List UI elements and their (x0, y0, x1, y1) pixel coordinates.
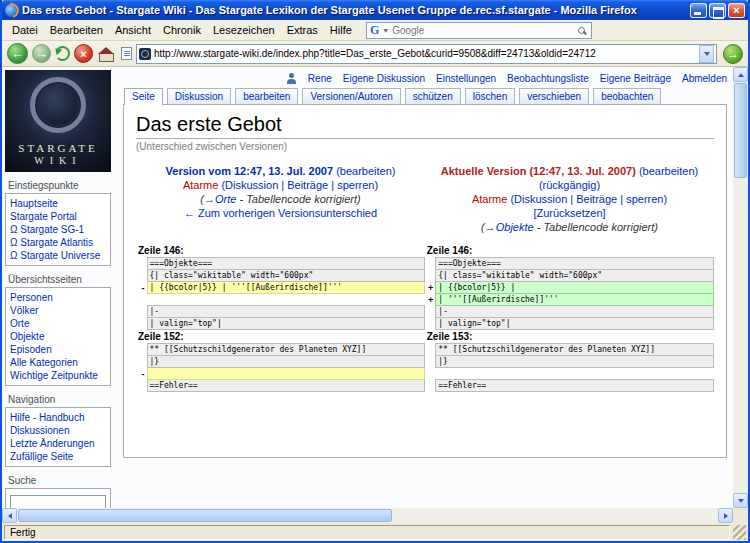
sidebar-item-stargate-sg-1[interactable]: Ω Stargate SG-1 (10, 223, 106, 236)
diff-cell-ctx: | valign="top"| (436, 318, 714, 330)
previous-diff-link[interactable]: ← Zum vorherigen Versionsunterschied (184, 207, 377, 219)
horizontal-scrollbar[interactable] (2, 508, 748, 523)
scroll-right-button[interactable] (718, 508, 733, 523)
old-section-link[interactable]: →Orte (204, 193, 236, 205)
titlebar[interactable]: Das erste Gebot - Stargate Wiki - Das St… (2, 0, 748, 20)
portlet-bersichtsseiten: ÜbersichtsseitenPersonenVölkerOrteObjekt… (5, 274, 111, 386)
menu-item-datei[interactable]: Datei (6, 22, 44, 38)
diff-marker (136, 258, 147, 270)
sidebar-search-input[interactable] (10, 495, 106, 508)
navigation-toolbar: ← → × → (2, 41, 748, 67)
home-button[interactable] (99, 53, 114, 62)
search-engine-dropdown-icon[interactable]: ▼ (382, 27, 389, 34)
page-icon[interactable] (121, 47, 132, 60)
personal-link-eigene-diskussion[interactable]: Eigene Diskussion (343, 73, 425, 84)
portlet-heading-bersichtsseiten: Übersichtsseiten (5, 274, 111, 285)
current-user-link[interactable]: Atarme (472, 193, 507, 205)
horizontal-scroll-thumb[interactable] (18, 509, 392, 522)
sidebar-item-alle-kategorien[interactable]: Alle Kategorien (10, 356, 106, 369)
tab-sch-tzen[interactable]: schützen (405, 88, 461, 104)
personal-link-eigene-beitr-ge[interactable]: Eigene Beiträge (600, 73, 671, 84)
sidebar-item-stargate-portal[interactable]: Stargate Portal (10, 210, 106, 223)
back-button[interactable]: ← (7, 43, 28, 64)
resize-grip[interactable] (733, 525, 746, 540)
menu-item-ansicht[interactable]: Ansicht (109, 22, 157, 38)
rollback-link[interactable]: [Zurücksetzen] (533, 207, 605, 219)
diff-line-number: Zeile 152: (136, 330, 425, 344)
personal-link-abmelden[interactable]: Abmelden (682, 73, 727, 84)
tab-bearbeiten[interactable]: bearbeiten (235, 88, 298, 104)
menu-item-lesezeichen[interactable]: Lesezeichen (207, 22, 281, 38)
scroll-up-button[interactable] (733, 67, 748, 82)
vertical-scroll-thumb[interactable] (734, 83, 747, 178)
tab-verschieben[interactable]: verschieben (519, 88, 589, 104)
personal-link-beobachtungsliste[interactable]: Beobachtungsliste (507, 73, 589, 84)
diff-marker (136, 294, 147, 306)
tab-beobachten[interactable]: beobachten (593, 88, 661, 104)
sidebar-item-wichtige-zeitpunkte[interactable]: Wichtige Zeitpunkte (10, 369, 106, 382)
horizontal-scroll-track[interactable] (17, 508, 718, 523)
old-summary-text: - Tabellencode korrigiert) (236, 193, 360, 205)
sidebar-item-orte[interactable]: Orte (10, 317, 106, 330)
sidebar-item-stargate-universe[interactable]: Ω Stargate Universe (10, 249, 106, 262)
magnifier-icon[interactable] (578, 27, 585, 34)
url-input[interactable] (154, 48, 696, 59)
tab-diskussion[interactable]: Diskussion (167, 88, 231, 104)
sidebar-item-episoden[interactable]: Episoden (10, 343, 106, 356)
sidebar-item-personen[interactable]: Personen (10, 291, 106, 304)
sidebar-item-diskussionen[interactable]: Diskussionen (10, 424, 106, 437)
current-user-tools[interactable]: (Diskussion | Beiträge | sperren) (510, 193, 667, 205)
status-text: Fertig (10, 527, 36, 538)
search-bar[interactable]: G ▼ (366, 22, 592, 39)
url-history-dropdown[interactable] (699, 45, 714, 63)
forward-button[interactable]: → (32, 44, 51, 63)
maximize-button[interactable] (709, 3, 726, 18)
web-search-input[interactable] (392, 25, 575, 36)
sidebar-item-v-lker[interactable]: Völker (10, 304, 106, 317)
portlet-heading-einstiegspunkte: Einstiegspunkte (5, 180, 111, 191)
reload-button[interactable] (55, 46, 70, 61)
menu-item-hilfe[interactable]: Hilfe (324, 22, 358, 38)
tab-versionen-autoren[interactable]: Versionen/Autoren (302, 88, 400, 104)
close-button[interactable]: × (728, 3, 745, 18)
old-edit-link[interactable]: (bearbeiten) (336, 165, 395, 177)
window-controls: × (690, 3, 745, 18)
sidebar-item-stargate-atlantis[interactable]: Ω Stargate Atlantis (10, 236, 106, 249)
address-bar[interactable] (136, 44, 717, 64)
scroll-left-button[interactable] (2, 508, 17, 523)
vertical-scroll-track[interactable] (733, 82, 748, 493)
go-button[interactable]: → (723, 44, 743, 64)
sidebar-item-hilfe-handbuch[interactable]: Hilfe - Handbuch (10, 411, 106, 424)
minimize-button[interactable] (690, 3, 707, 18)
current-section-link[interactable]: →Objekte (485, 221, 534, 233)
wiki-logo[interactable]: STARGATE WIKI (5, 70, 111, 172)
scroll-down-button[interactable] (733, 493, 748, 508)
diff-marker (425, 258, 436, 270)
stop-button[interactable]: × (74, 44, 93, 63)
sidebar-sections: EinstiegspunkteHauptseiteStargate Portal… (5, 180, 118, 508)
personal-link-einstellungen[interactable]: Einstellungen (436, 73, 496, 84)
sidebar-item-objekte[interactable]: Objekte (10, 330, 106, 343)
portlet-heading-suche: Suche (5, 475, 111, 486)
sidebar-item-zuf-llige-seite[interactable]: Zufällige Seite (10, 450, 106, 463)
statusbar: Fertig (2, 523, 748, 541)
menu-item-chronik[interactable]: Chronik (157, 22, 207, 38)
undo-link[interactable]: (rückgängig) (539, 179, 600, 191)
diff-marker (136, 344, 147, 356)
current-edit-link[interactable]: (bearbeiten) (639, 165, 698, 177)
diff-cell-ctx: ** [[Schutzschildgenerator des Planeten … (147, 344, 425, 356)
tab-l-schen[interactable]: löschen (465, 88, 515, 104)
sidebar-item-letzte-nderungen[interactable]: Letzte Änderungen (10, 437, 106, 450)
vertical-scrollbar[interactable] (733, 67, 748, 508)
old-version-link[interactable]: Version vom 12:47, 13. Jul. 2007 (166, 165, 334, 177)
diff-cell-ctx: |} (436, 356, 714, 368)
diff-cell-add: | '''[[Außerirdische]]''' (436, 294, 714, 306)
tab-seite[interactable]: Seite (124, 88, 163, 105)
diff-row: ** [[Schutzschildgenerator des Planeten … (136, 344, 714, 356)
menu-item-bearbeiten[interactable]: Bearbeiten (44, 22, 109, 38)
menu-item-extras[interactable]: Extras (281, 22, 324, 38)
old-user-tools[interactable]: (Diskussion | Beiträge | sperren) (221, 179, 378, 191)
old-user-link[interactable]: Atarme (183, 179, 218, 191)
personal-link-rene[interactable]: Rene (308, 73, 332, 84)
sidebar-item-hauptseite[interactable]: Hauptseite (10, 197, 106, 210)
